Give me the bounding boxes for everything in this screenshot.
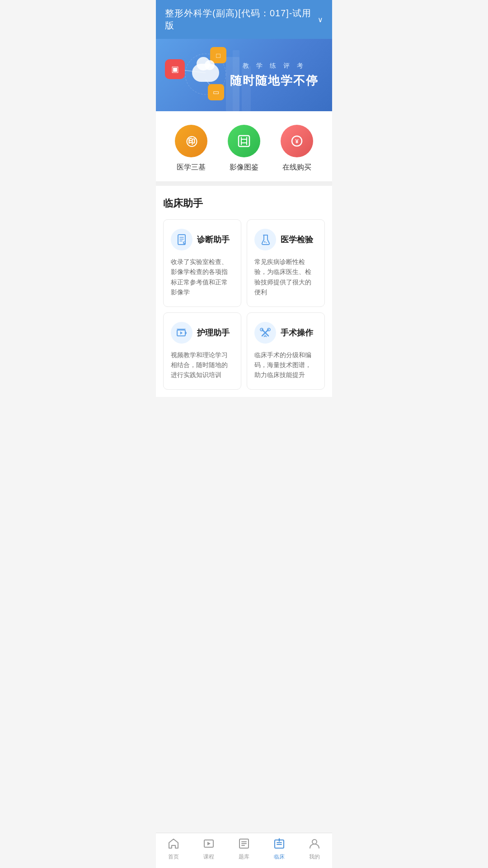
surgery-desc: 临床手术的分级和编码，海量技术图谱，助力临床技能提升: [254, 350, 317, 380]
medical-test-desc: 常见疾病诊断性检验，为临床医生、检验技师提供了很大的便利: [254, 257, 317, 297]
diagnosis-icon: [171, 229, 192, 250]
image-atlas-icon: [228, 125, 260, 157]
nursing-title: 护理助手: [197, 327, 230, 338]
banner: ▣ □ ▭ 教 学 练 评 考 随时随地学不停: [156, 39, 332, 111]
mobile-icon: ▣: [165, 59, 185, 79]
surgery-title: 手术操作: [281, 327, 313, 338]
card-diagnosis[interactable]: 诊断助手 收录了实验室检查、影像学检查的各项指标正常参考值和正常影像学: [163, 219, 241, 307]
header-title: 整形外科学(副高)[代码：017]-试用版: [165, 7, 315, 32]
medical-basics-icon: ㊞: [175, 125, 207, 157]
nursing-desc: 视频教学和理论学习相结合，随时随地的进行实践知识培训: [171, 350, 234, 380]
medical-basics-label: 医学三基: [177, 163, 206, 172]
online-buy-icon: ¥: [281, 125, 313, 157]
quick-menu: ㊞ 医学三基 影像图鉴 ¥ 在线购买: [156, 111, 332, 181]
svg-rect-5: [242, 66, 251, 111]
svg-point-19: [266, 242, 267, 243]
tablet-icon: ▭: [208, 84, 224, 100]
header: 整形外科学(副高)[代码：017]-试用版 ∨: [156, 0, 332, 39]
medical-test-title: 医学检验: [281, 234, 313, 245]
card-medical-test[interactable]: 医学检验 常见疾病诊断性检验，为临床医生、检验技师提供了很大的便利: [247, 219, 325, 307]
nursing-icon: [171, 322, 192, 344]
svg-rect-7: [239, 136, 249, 146]
chevron-down-icon[interactable]: ∨: [318, 15, 323, 24]
card-medical-test-header: 医学检验: [254, 229, 317, 250]
cards-grid: 诊断助手 收录了实验室检查、影像学检查的各项指标正常参考值和正常影像学 医学检验…: [163, 219, 325, 390]
svg-rect-6: [233, 50, 239, 111]
image-atlas-label: 影像图鉴: [230, 163, 258, 172]
card-diagnosis-header: 诊断助手: [171, 229, 234, 250]
cloud-icon: [192, 64, 219, 82]
svg-text:¥: ¥: [295, 138, 299, 145]
section-divider: [156, 181, 332, 186]
card-surgery-header: 手术操作: [254, 322, 317, 344]
clinical-section: 临床助手 诊断助手 收录了实验室检查、影像学检查的各: [156, 186, 332, 397]
quick-item-medical-basics[interactable]: ㊞ 医学三基: [175, 125, 207, 172]
card-nursing-header: 护理助手: [171, 322, 234, 344]
online-buy-label: 在线购买: [282, 163, 311, 172]
diagnosis-desc: 收录了实验室检查、影像学检查的各项指标正常参考值和正常影像学: [171, 257, 234, 297]
quick-item-image-atlas[interactable]: 影像图鉴: [228, 125, 260, 172]
diagnosis-title: 诊断助手: [197, 234, 230, 245]
card-nursing[interactable]: 护理助手 视频教学和理论学习相结合，随时随地的进行实践知识培训: [163, 312, 241, 390]
bottom-spacer: [156, 397, 332, 433]
section-title: 临床助手: [163, 197, 325, 210]
quick-item-online-buy[interactable]: ¥ 在线购买: [281, 125, 313, 172]
surgery-icon: [254, 322, 276, 344]
svg-point-18: [264, 241, 266, 243]
card-surgery[interactable]: 手术操作 临床手术的分级和编码，海量技术图谱，助力临床技能提升: [247, 312, 325, 390]
medical-test-icon: [254, 229, 276, 250]
